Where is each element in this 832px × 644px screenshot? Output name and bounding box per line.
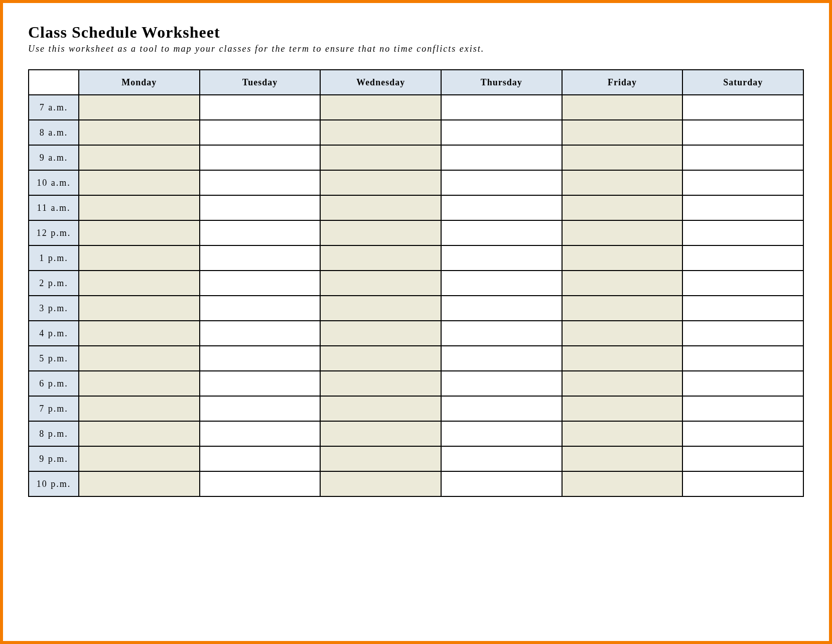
schedule-cell[interactable] bbox=[320, 195, 441, 220]
schedule-cell[interactable] bbox=[682, 296, 803, 321]
time-row: 5 p.m. bbox=[29, 346, 803, 371]
schedule-cell[interactable] bbox=[682, 421, 803, 446]
schedule-cell[interactable] bbox=[200, 195, 321, 220]
schedule-cell[interactable] bbox=[79, 371, 200, 396]
schedule-cell[interactable] bbox=[562, 421, 683, 446]
schedule-cell[interactable] bbox=[441, 396, 562, 421]
schedule-cell[interactable] bbox=[682, 120, 803, 145]
schedule-cell[interactable] bbox=[562, 170, 683, 195]
schedule-cell[interactable] bbox=[441, 321, 562, 346]
schedule-cell[interactable] bbox=[441, 220, 562, 245]
schedule-cell[interactable] bbox=[320, 145, 441, 170]
schedule-cell[interactable] bbox=[320, 446, 441, 471]
schedule-cell[interactable] bbox=[320, 245, 441, 271]
schedule-cell[interactable] bbox=[441, 145, 562, 170]
schedule-cell[interactable] bbox=[320, 120, 441, 145]
schedule-cell[interactable] bbox=[682, 245, 803, 271]
schedule-cell[interactable] bbox=[441, 271, 562, 296]
schedule-cell[interactable] bbox=[682, 220, 803, 245]
schedule-cell[interactable] bbox=[200, 296, 321, 321]
day-header: Wednesday bbox=[320, 70, 441, 95]
schedule-cell[interactable] bbox=[441, 296, 562, 321]
schedule-cell[interactable] bbox=[79, 446, 200, 471]
schedule-cell[interactable] bbox=[562, 296, 683, 321]
schedule-cell[interactable] bbox=[562, 120, 683, 145]
schedule-cell[interactable] bbox=[682, 170, 803, 195]
schedule-cell[interactable] bbox=[79, 170, 200, 195]
schedule-cell[interactable] bbox=[200, 471, 321, 496]
schedule-cell[interactable] bbox=[200, 245, 321, 271]
schedule-cell[interactable] bbox=[682, 471, 803, 496]
schedule-cell[interactable] bbox=[320, 346, 441, 371]
schedule-cell[interactable] bbox=[320, 396, 441, 421]
schedule-cell[interactable] bbox=[562, 195, 683, 220]
schedule-cell[interactable] bbox=[79, 95, 200, 120]
schedule-cell[interactable] bbox=[682, 371, 803, 396]
schedule-cell[interactable] bbox=[441, 195, 562, 220]
time-header: 7 p.m. bbox=[29, 396, 79, 421]
schedule-cell[interactable] bbox=[562, 446, 683, 471]
schedule-cell[interactable] bbox=[200, 346, 321, 371]
schedule-cell[interactable] bbox=[682, 195, 803, 220]
schedule-cell[interactable] bbox=[682, 95, 803, 120]
schedule-cell[interactable] bbox=[441, 371, 562, 396]
schedule-cell[interactable] bbox=[320, 471, 441, 496]
schedule-cell[interactable] bbox=[79, 396, 200, 421]
schedule-cell[interactable] bbox=[562, 321, 683, 346]
schedule-cell[interactable] bbox=[320, 271, 441, 296]
schedule-cell[interactable] bbox=[320, 95, 441, 120]
schedule-cell[interactable] bbox=[200, 396, 321, 421]
schedule-cell[interactable] bbox=[200, 170, 321, 195]
day-header: Saturday bbox=[682, 70, 803, 95]
schedule-cell[interactable] bbox=[320, 296, 441, 321]
schedule-cell[interactable] bbox=[200, 120, 321, 145]
schedule-cell[interactable] bbox=[79, 296, 200, 321]
schedule-cell[interactable] bbox=[441, 346, 562, 371]
schedule-cell[interactable] bbox=[200, 321, 321, 346]
schedule-cell[interactable] bbox=[682, 145, 803, 170]
schedule-cell[interactable] bbox=[79, 145, 200, 170]
schedule-cell[interactable] bbox=[79, 220, 200, 245]
schedule-cell[interactable] bbox=[441, 245, 562, 271]
schedule-cell[interactable] bbox=[682, 321, 803, 346]
schedule-cell[interactable] bbox=[562, 145, 683, 170]
schedule-cell[interactable] bbox=[320, 371, 441, 396]
schedule-cell[interactable] bbox=[562, 271, 683, 296]
schedule-cell[interactable] bbox=[441, 95, 562, 120]
schedule-cell[interactable] bbox=[682, 396, 803, 421]
schedule-cell[interactable] bbox=[200, 145, 321, 170]
schedule-cell[interactable] bbox=[562, 95, 683, 120]
schedule-cell[interactable] bbox=[79, 245, 200, 271]
schedule-cell[interactable] bbox=[562, 371, 683, 396]
schedule-cell[interactable] bbox=[441, 471, 562, 496]
schedule-cell[interactable] bbox=[200, 446, 321, 471]
schedule-cell[interactable] bbox=[562, 471, 683, 496]
schedule-cell[interactable] bbox=[562, 396, 683, 421]
schedule-cell[interactable] bbox=[79, 421, 200, 446]
schedule-cell[interactable] bbox=[200, 371, 321, 396]
schedule-cell[interactable] bbox=[200, 95, 321, 120]
schedule-cell[interactable] bbox=[320, 220, 441, 245]
schedule-cell[interactable] bbox=[79, 346, 200, 371]
schedule-cell[interactable] bbox=[320, 170, 441, 195]
schedule-cell[interactable] bbox=[79, 321, 200, 346]
schedule-cell[interactable] bbox=[320, 421, 441, 446]
schedule-cell[interactable] bbox=[441, 446, 562, 471]
schedule-cell[interactable] bbox=[200, 421, 321, 446]
schedule-cell[interactable] bbox=[200, 271, 321, 296]
schedule-cell[interactable] bbox=[200, 220, 321, 245]
schedule-cell[interactable] bbox=[682, 446, 803, 471]
schedule-cell[interactable] bbox=[79, 120, 200, 145]
schedule-cell[interactable] bbox=[441, 421, 562, 446]
schedule-cell[interactable] bbox=[320, 321, 441, 346]
schedule-cell[interactable] bbox=[441, 170, 562, 195]
schedule-cell[interactable] bbox=[79, 271, 200, 296]
schedule-cell[interactable] bbox=[79, 195, 200, 220]
schedule-cell[interactable] bbox=[562, 245, 683, 271]
schedule-cell[interactable] bbox=[682, 271, 803, 296]
schedule-cell[interactable] bbox=[562, 220, 683, 245]
schedule-cell[interactable] bbox=[562, 346, 683, 371]
schedule-cell[interactable] bbox=[441, 120, 562, 145]
schedule-cell[interactable] bbox=[682, 346, 803, 371]
schedule-cell[interactable] bbox=[79, 471, 200, 496]
